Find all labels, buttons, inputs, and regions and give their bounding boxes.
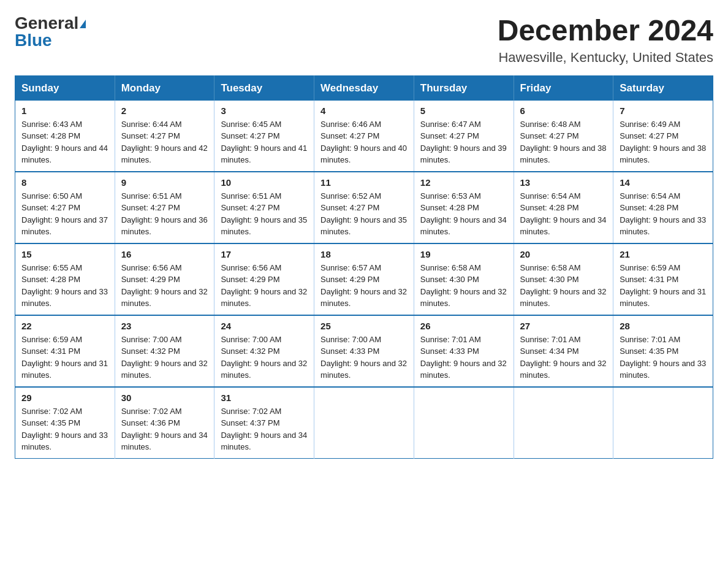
logo-triangle-icon (80, 20, 86, 28)
day-info: Sunrise: 7:02 AMSunset: 4:36 PMDaylight:… (121, 405, 208, 453)
day-info: Sunrise: 6:46 AMSunset: 4:27 PMDaylight:… (320, 118, 408, 166)
day-number: 3 (221, 105, 308, 116)
calendar-day-cell: 26Sunrise: 7:01 AMSunset: 4:33 PMDayligh… (414, 315, 514, 387)
day-info: Sunrise: 6:50 AMSunset: 4:27 PMDaylight:… (21, 190, 108, 238)
calendar-day-cell: 19Sunrise: 6:58 AMSunset: 4:30 PMDayligh… (414, 243, 514, 315)
day-info: Sunrise: 6:54 AMSunset: 4:28 PMDaylight:… (520, 190, 607, 238)
day-number: 30 (121, 393, 208, 403)
day-info: Sunrise: 6:47 AMSunset: 4:27 PMDaylight:… (420, 118, 507, 166)
day-number: 22 (21, 321, 108, 331)
calendar-day-cell: 9Sunrise: 6:51 AMSunset: 4:27 PMDaylight… (115, 172, 214, 243)
calendar-day-cell: 21Sunrise: 6:59 AMSunset: 4:31 PMDayligh… (613, 243, 713, 315)
calendar-header-sunday: Sunday (15, 75, 115, 101)
calendar-day-cell: 14Sunrise: 6:54 AMSunset: 4:28 PMDayligh… (613, 172, 713, 243)
day-number: 24 (221, 321, 308, 331)
calendar-header-thursday: Thursday (414, 75, 514, 101)
calendar-week-row: 29Sunrise: 7:02 AMSunset: 4:35 PMDayligh… (15, 387, 713, 459)
calendar-week-row: 22Sunrise: 6:59 AMSunset: 4:31 PMDayligh… (15, 315, 713, 387)
day-number: 16 (121, 249, 208, 259)
day-number: 6 (520, 105, 607, 116)
day-number: 21 (620, 249, 707, 259)
calendar-day-cell: 15Sunrise: 6:55 AMSunset: 4:28 PMDayligh… (15, 243, 115, 315)
day-number: 12 (420, 177, 507, 188)
title-section: December 2024 Hawesville, Kentucky, Unit… (498, 15, 713, 66)
calendar-day-cell: 23Sunrise: 7:00 AMSunset: 4:32 PMDayligh… (115, 315, 214, 387)
calendar-week-row: 15Sunrise: 6:55 AMSunset: 4:28 PMDayligh… (15, 243, 713, 315)
main-title: December 2024 (498, 15, 713, 47)
day-number: 27 (520, 321, 607, 331)
calendar-day-cell: 11Sunrise: 6:52 AMSunset: 4:27 PMDayligh… (314, 172, 414, 243)
day-info: Sunrise: 6:59 AMSunset: 4:31 PMDaylight:… (21, 334, 108, 381)
calendar-day-cell (613, 387, 713, 459)
calendar-day-cell (514, 387, 613, 459)
calendar-header-friday: Friday (514, 75, 613, 101)
day-info: Sunrise: 6:56 AMSunset: 4:29 PMDaylight:… (221, 262, 308, 310)
calendar-day-cell: 25Sunrise: 7:00 AMSunset: 4:33 PMDayligh… (314, 315, 414, 387)
calendar-day-cell: 27Sunrise: 7:01 AMSunset: 4:34 PMDayligh… (514, 315, 613, 387)
calendar-day-cell: 24Sunrise: 7:00 AMSunset: 4:32 PMDayligh… (214, 315, 314, 387)
calendar-day-cell: 16Sunrise: 6:56 AMSunset: 4:29 PMDayligh… (115, 243, 214, 315)
calendar-day-cell: 20Sunrise: 6:58 AMSunset: 4:30 PMDayligh… (514, 243, 613, 315)
day-info: Sunrise: 7:00 AMSunset: 4:32 PMDaylight:… (121, 334, 208, 381)
day-number: 17 (221, 249, 308, 259)
day-info: Sunrise: 7:00 AMSunset: 4:33 PMDaylight:… (320, 334, 408, 381)
calendar-header-saturday: Saturday (613, 75, 713, 101)
day-info: Sunrise: 6:53 AMSunset: 4:28 PMDaylight:… (420, 190, 507, 238)
day-number: 28 (620, 321, 707, 331)
calendar-day-cell (314, 387, 414, 459)
calendar-day-cell: 5Sunrise: 6:47 AMSunset: 4:27 PMDaylight… (414, 101, 514, 172)
calendar-header-tuesday: Tuesday (214, 75, 314, 101)
day-info: Sunrise: 6:55 AMSunset: 4:28 PMDaylight:… (21, 262, 108, 310)
day-number: 8 (21, 177, 108, 188)
day-number: 19 (420, 249, 507, 259)
calendar-day-cell: 12Sunrise: 6:53 AMSunset: 4:28 PMDayligh… (414, 172, 514, 243)
calendar-day-cell: 3Sunrise: 6:45 AMSunset: 4:27 PMDaylight… (214, 101, 314, 172)
day-number: 7 (620, 105, 707, 116)
day-info: Sunrise: 6:49 AMSunset: 4:27 PMDaylight:… (620, 118, 707, 166)
day-number: 11 (320, 177, 408, 188)
day-number: 2 (121, 105, 208, 116)
calendar-week-row: 1Sunrise: 6:43 AMSunset: 4:28 PMDaylight… (15, 101, 713, 172)
logo-general-text: General (15, 13, 78, 33)
calendar-day-cell: 29Sunrise: 7:02 AMSunset: 4:35 PMDayligh… (15, 387, 115, 459)
day-info: Sunrise: 6:44 AMSunset: 4:27 PMDaylight:… (121, 118, 208, 166)
day-info: Sunrise: 7:00 AMSunset: 4:32 PMDaylight:… (221, 334, 308, 381)
calendar-day-cell: 31Sunrise: 7:02 AMSunset: 4:37 PMDayligh… (214, 387, 314, 459)
subtitle: Hawesville, Kentucky, United States (498, 50, 713, 66)
day-number: 26 (420, 321, 507, 331)
calendar-day-cell: 17Sunrise: 6:56 AMSunset: 4:29 PMDayligh… (214, 243, 314, 315)
day-info: Sunrise: 6:58 AMSunset: 4:30 PMDaylight:… (420, 262, 507, 310)
day-number: 23 (121, 321, 208, 331)
day-info: Sunrise: 6:52 AMSunset: 4:27 PMDaylight:… (320, 190, 408, 238)
logo: General Blue (15, 15, 86, 49)
day-info: Sunrise: 6:51 AMSunset: 4:27 PMDaylight:… (221, 190, 308, 238)
calendar-day-cell: 8Sunrise: 6:50 AMSunset: 4:27 PMDaylight… (15, 172, 115, 243)
calendar-header-monday: Monday (115, 75, 214, 101)
calendar-header-row: SundayMondayTuesdayWednesdayThursdayFrid… (15, 75, 713, 101)
calendar-day-cell: 1Sunrise: 6:43 AMSunset: 4:28 PMDaylight… (15, 101, 115, 172)
day-number: 13 (520, 177, 607, 188)
day-info: Sunrise: 7:01 AMSunset: 4:33 PMDaylight:… (420, 334, 507, 381)
calendar-day-cell: 30Sunrise: 7:02 AMSunset: 4:36 PMDayligh… (115, 387, 214, 459)
day-info: Sunrise: 6:45 AMSunset: 4:27 PMDaylight:… (221, 118, 308, 166)
calendar-day-cell (414, 387, 514, 459)
day-info: Sunrise: 6:54 AMSunset: 4:28 PMDaylight:… (620, 190, 707, 238)
day-number: 9 (121, 177, 208, 188)
calendar-day-cell: 2Sunrise: 6:44 AMSunset: 4:27 PMDaylight… (115, 101, 214, 172)
day-number: 25 (320, 321, 408, 331)
calendar-table: SundayMondayTuesdayWednesdayThursdayFrid… (15, 75, 713, 459)
calendar-day-cell: 7Sunrise: 6:49 AMSunset: 4:27 PMDaylight… (613, 101, 713, 172)
calendar-day-cell: 28Sunrise: 7:01 AMSunset: 4:35 PMDayligh… (613, 315, 713, 387)
day-number: 29 (21, 393, 108, 403)
day-info: Sunrise: 6:57 AMSunset: 4:29 PMDaylight:… (320, 262, 408, 310)
calendar-week-row: 8Sunrise: 6:50 AMSunset: 4:27 PMDaylight… (15, 172, 713, 243)
day-info: Sunrise: 7:01 AMSunset: 4:34 PMDaylight:… (520, 334, 607, 381)
day-info: Sunrise: 7:01 AMSunset: 4:35 PMDaylight:… (620, 334, 707, 381)
day-number: 18 (320, 249, 408, 259)
page-header: General Blue December 2024 Hawesville, K… (15, 15, 713, 66)
day-number: 14 (620, 177, 707, 188)
calendar-day-cell: 13Sunrise: 6:54 AMSunset: 4:28 PMDayligh… (514, 172, 613, 243)
calendar-day-cell: 18Sunrise: 6:57 AMSunset: 4:29 PMDayligh… (314, 243, 414, 315)
day-info: Sunrise: 6:51 AMSunset: 4:27 PMDaylight:… (121, 190, 208, 238)
day-number: 15 (21, 249, 108, 259)
